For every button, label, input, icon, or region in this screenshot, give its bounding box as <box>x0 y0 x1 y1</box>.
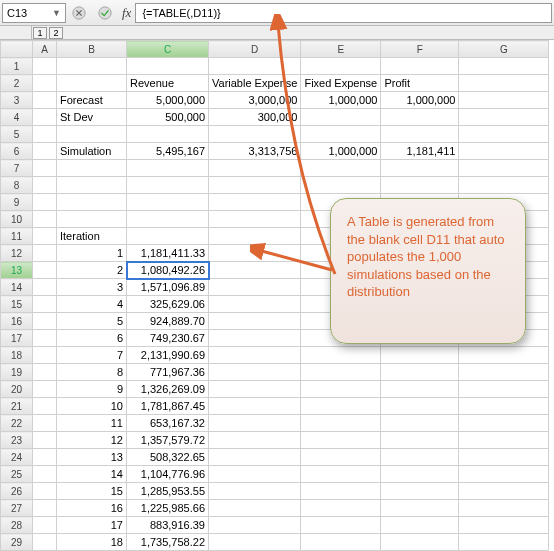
cell[interactable] <box>33 160 57 177</box>
cell[interactable]: Iteration <box>57 228 127 245</box>
cell[interactable] <box>57 194 127 211</box>
cell[interactable] <box>301 364 381 381</box>
cell[interactable] <box>381 415 459 432</box>
cell[interactable] <box>33 466 57 483</box>
row-header[interactable]: 27 <box>1 500 33 517</box>
col-header-A[interactable]: A <box>33 41 57 58</box>
row-header[interactable]: 11 <box>1 228 33 245</box>
cell[interactable]: 1,181,411.33 <box>127 245 209 262</box>
cell[interactable] <box>459 500 549 517</box>
cell[interactable] <box>459 364 549 381</box>
cell[interactable] <box>459 75 549 92</box>
cell[interactable] <box>301 381 381 398</box>
cell[interactable] <box>127 58 209 75</box>
row-header[interactable]: 8 <box>1 177 33 194</box>
cell[interactable]: 5 <box>57 313 127 330</box>
cell[interactable] <box>459 432 549 449</box>
cell[interactable]: 8 <box>57 364 127 381</box>
cell[interactable]: 7 <box>57 347 127 364</box>
cell[interactable] <box>57 211 127 228</box>
cell[interactable] <box>209 330 301 347</box>
row-header[interactable]: 23 <box>1 432 33 449</box>
cell[interactable] <box>33 75 57 92</box>
cell[interactable]: 12 <box>57 432 127 449</box>
row-header[interactable]: 15 <box>1 296 33 313</box>
row-header[interactable]: 10 <box>1 211 33 228</box>
cell[interactable] <box>33 313 57 330</box>
cell[interactable]: Profit <box>381 75 459 92</box>
cell[interactable] <box>33 415 57 432</box>
col-header-B[interactable]: B <box>57 41 127 58</box>
cell[interactable] <box>381 534 459 551</box>
cell[interactable] <box>209 432 301 449</box>
cell[interactable]: 924,889.70 <box>127 313 209 330</box>
cell[interactable]: 17 <box>57 517 127 534</box>
outline-level-1[interactable]: 1 <box>33 27 47 39</box>
row-header[interactable]: 14 <box>1 279 33 296</box>
cell[interactable] <box>459 449 549 466</box>
cell[interactable] <box>209 449 301 466</box>
outline-level-2[interactable]: 2 <box>49 27 63 39</box>
cell[interactable]: 771,967.36 <box>127 364 209 381</box>
cell[interactable] <box>57 177 127 194</box>
cell[interactable]: Forecast <box>57 92 127 109</box>
cell[interactable]: 9 <box>57 381 127 398</box>
cell[interactable]: 18 <box>57 534 127 551</box>
cell[interactable] <box>381 126 459 143</box>
cell[interactable]: Revenue <box>127 75 209 92</box>
cell[interactable] <box>33 296 57 313</box>
cell[interactable] <box>33 211 57 228</box>
row-header[interactable]: 16 <box>1 313 33 330</box>
cell[interactable] <box>381 449 459 466</box>
cell[interactable]: 883,916.39 <box>127 517 209 534</box>
cell[interactable]: 16 <box>57 500 127 517</box>
cell[interactable]: 1,735,758.22 <box>127 534 209 551</box>
row-header[interactable]: 7 <box>1 160 33 177</box>
cell[interactable]: 1,781,867.45 <box>127 398 209 415</box>
cell[interactable]: 500,000 <box>127 109 209 126</box>
cell[interactable] <box>301 534 381 551</box>
fx-icon[interactable]: fx <box>122 5 131 21</box>
cell[interactable] <box>301 398 381 415</box>
cell[interactable] <box>381 517 459 534</box>
cell[interactable]: 325,629.06 <box>127 296 209 313</box>
cell[interactable] <box>209 381 301 398</box>
cell[interactable] <box>209 466 301 483</box>
cell[interactable] <box>33 330 57 347</box>
cell[interactable] <box>209 313 301 330</box>
worksheet[interactable]: A B C D E F G 12RevenueVariable ExpenseF… <box>0 40 554 551</box>
select-all[interactable] <box>1 41 33 58</box>
cell[interactable]: 749,230.67 <box>127 330 209 347</box>
cell[interactable] <box>381 466 459 483</box>
cell[interactable] <box>381 347 459 364</box>
row-header[interactable]: 13 <box>1 262 33 279</box>
cell[interactable]: 1 <box>57 245 127 262</box>
row-header[interactable]: 4 <box>1 109 33 126</box>
cell[interactable] <box>459 534 549 551</box>
cell[interactable] <box>33 177 57 194</box>
cell[interactable] <box>301 415 381 432</box>
cell[interactable] <box>33 58 57 75</box>
row-header[interactable]: 25 <box>1 466 33 483</box>
cell[interactable] <box>33 483 57 500</box>
cell[interactable]: 4 <box>57 296 127 313</box>
cell[interactable]: 5,495,167 <box>127 143 209 160</box>
cell[interactable] <box>33 381 57 398</box>
cell[interactable] <box>57 126 127 143</box>
cell[interactable] <box>33 228 57 245</box>
cell[interactable] <box>33 245 57 262</box>
cell[interactable] <box>301 347 381 364</box>
cell[interactable]: 14 <box>57 466 127 483</box>
cell[interactable] <box>33 534 57 551</box>
cell[interactable]: 2 <box>57 262 127 279</box>
cell[interactable] <box>459 160 549 177</box>
col-header-G[interactable]: G <box>459 41 549 58</box>
cell[interactable] <box>301 449 381 466</box>
cell[interactable] <box>459 143 549 160</box>
cell[interactable] <box>33 126 57 143</box>
cell[interactable] <box>459 177 549 194</box>
cell[interactable] <box>381 58 459 75</box>
cell[interactable] <box>33 500 57 517</box>
cell[interactable] <box>33 143 57 160</box>
cell[interactable]: 2,131,990.69 <box>127 347 209 364</box>
